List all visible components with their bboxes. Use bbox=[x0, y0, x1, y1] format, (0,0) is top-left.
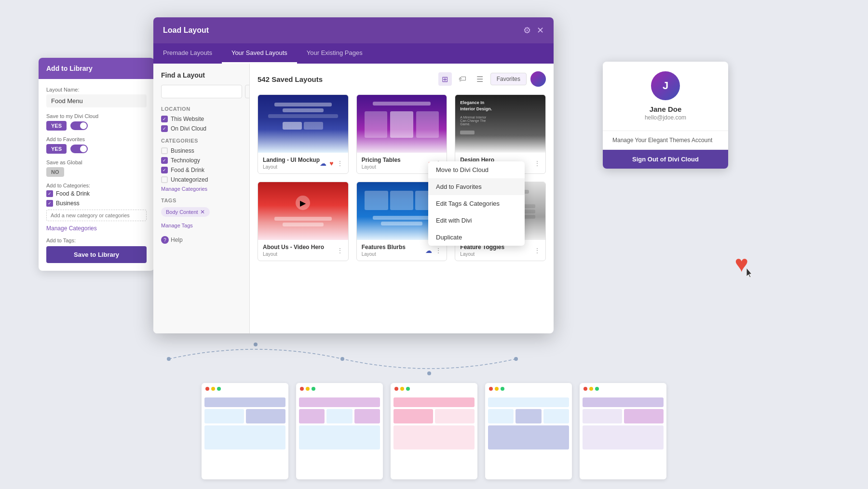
cloud-icon-5[interactable]: ☁ bbox=[425, 247, 432, 254]
category-business-row: ✓ Business bbox=[46, 200, 147, 207]
context-add-favorites[interactable]: Add to Favorites bbox=[428, 178, 525, 195]
bg-thumb-2[interactable] bbox=[296, 383, 383, 479]
category-business-label: Business bbox=[56, 200, 80, 207]
sidebar-header: Add to Library bbox=[39, 58, 154, 79]
add-tags-label: Add to Tags: bbox=[46, 238, 147, 243]
cat-technology-label: Technology bbox=[171, 157, 200, 164]
context-move-cloud[interactable]: Move to Divi Cloud bbox=[428, 161, 525, 178]
bg-thumb-1[interactable] bbox=[202, 383, 288, 479]
save-cloud-yes-btn[interactable]: YES bbox=[46, 121, 67, 131]
card-actions-4: ⋮ bbox=[337, 247, 343, 254]
layout-card-4[interactable]: ▶ About Us - Video Hero Layout ⋮ bbox=[258, 182, 349, 261]
context-duplicate[interactable]: Duplicate bbox=[428, 229, 525, 246]
bg-thumb-5[interactable] bbox=[580, 383, 666, 479]
tab-saved[interactable]: Your Saved Layouts bbox=[222, 43, 297, 64]
card-thumb-4: ▶ bbox=[258, 182, 348, 240]
cat-technology-check[interactable]: ✓ bbox=[161, 157, 168, 164]
card-actions-1: ☁ ♥ ⋮ bbox=[320, 159, 343, 167]
find-layout-title: Find a Layout bbox=[161, 71, 242, 79]
location-this-website-label: This Website bbox=[171, 116, 204, 122]
svg-point-3 bbox=[427, 371, 431, 375]
add-to-library-panel: Add to Library Layout Name: Food Menu Sa… bbox=[39, 58, 154, 271]
card-thumb-3: Elegance InInterior Design. A Minimal In… bbox=[455, 95, 545, 153]
tag-remove-icon[interactable]: ✕ bbox=[200, 209, 205, 215]
location-this-website-check[interactable]: ✓ bbox=[161, 116, 168, 122]
three-dots-6[interactable]: ⋮ bbox=[534, 247, 541, 254]
settings-icon[interactable]: ⚙ bbox=[523, 25, 531, 36]
search-input[interactable] bbox=[161, 85, 242, 98]
tab-existing[interactable]: Your Existing Pages bbox=[297, 43, 372, 64]
card-info-1: Landing - UI Mockup Layout ☁ ♥ ⋮ bbox=[258, 153, 348, 173]
user-dropdown: J Jane Doe hello@jdoe.com Manage Your El… bbox=[603, 62, 728, 169]
context-edit-tags[interactable]: Edit Tags & Categories bbox=[428, 195, 525, 212]
heart-icon-1[interactable]: ♥ bbox=[329, 159, 333, 167]
tags-section-label: Tags bbox=[161, 198, 242, 203]
svg-point-0 bbox=[167, 357, 171, 361]
close-icon[interactable]: ✕ bbox=[537, 25, 544, 36]
cloud-icon-1[interactable]: ☁ bbox=[320, 159, 326, 167]
card-info-4: About Us - Video Hero Layout ⋮ bbox=[258, 240, 348, 261]
grid-view-icon[interactable]: ⊞ bbox=[438, 72, 452, 86]
user-avatar-large: J bbox=[651, 71, 680, 100]
manage-categories-link[interactable]: Manage Categories bbox=[46, 225, 147, 232]
category-business-check[interactable]: ✓ bbox=[46, 200, 53, 207]
filter-manage-categories-link[interactable]: Manage Categories bbox=[161, 186, 242, 192]
add-categories-label: Add to Categories: bbox=[46, 183, 147, 188]
tag-label: Body Content bbox=[166, 209, 198, 215]
body-content-tag[interactable]: Body Content ✕ bbox=[161, 207, 210, 217]
three-dots-5[interactable]: ⋮ bbox=[435, 247, 442, 254]
sign-out-button[interactable]: Sign Out of Divi Cloud bbox=[603, 150, 728, 169]
user-name: Jane Doe bbox=[650, 105, 682, 113]
context-edit-divi[interactable]: Edit with Divi bbox=[428, 212, 525, 229]
modal-tabs: Premade Layouts Your Saved Layouts Your … bbox=[153, 43, 554, 64]
add-category-input[interactable] bbox=[46, 210, 147, 221]
layouts-count: 542 Saved Layouts bbox=[258, 75, 323, 83]
user-avatar[interactable] bbox=[530, 71, 546, 87]
favorites-button[interactable]: Favorites bbox=[490, 73, 527, 85]
category-food-row: ✓ Food & Drink bbox=[46, 190, 147, 197]
save-cloud-toggle[interactable] bbox=[70, 121, 88, 130]
location-divi-cloud-check[interactable]: ✓ bbox=[161, 125, 168, 132]
card-actions-6: ⋮ bbox=[534, 247, 541, 254]
add-favorites-toggle[interactable] bbox=[70, 145, 88, 153]
card-thumb-1 bbox=[258, 95, 348, 153]
three-dots-3[interactable]: ⋮ bbox=[534, 159, 541, 167]
card-type-6: Layout bbox=[460, 251, 504, 257]
context-menu: Move to Divi Cloud Add to Favorites Edit… bbox=[428, 161, 525, 246]
location-divi-cloud-row: ✓ On Divi Cloud bbox=[161, 125, 242, 132]
help-icon[interactable]: ? bbox=[161, 236, 169, 244]
user-dropdown-header: J Jane Doe hello@jdoe.com bbox=[603, 62, 728, 131]
cat-food-label: Food & Drink bbox=[171, 167, 204, 173]
save-global-no-btn[interactable]: NO bbox=[46, 167, 64, 177]
bg-thumb-3[interactable] bbox=[391, 383, 477, 479]
cat-business-check[interactable] bbox=[161, 147, 168, 154]
search-row: + Filter bbox=[161, 85, 242, 98]
modal-header-actions: ⚙ ✕ bbox=[523, 25, 544, 36]
three-dots-4[interactable]: ⋮ bbox=[337, 247, 343, 254]
card-type-5: Layout bbox=[362, 251, 406, 257]
manage-tags-link[interactable]: Manage Tags bbox=[161, 223, 242, 228]
add-favorites-yes-btn[interactable]: YES bbox=[46, 144, 67, 154]
save-to-library-btn[interactable]: Save to Library bbox=[46, 246, 147, 263]
connector-lines bbox=[125, 340, 559, 378]
floating-heart[interactable]: ♥ bbox=[735, 251, 749, 277]
category-food-label: Food & Drink bbox=[56, 190, 90, 197]
bg-thumb-4[interactable] bbox=[485, 383, 572, 479]
location-label: Location bbox=[161, 106, 242, 112]
layout-card-1[interactable]: Landing - UI Mockup Layout ☁ ♥ ⋮ bbox=[258, 94, 349, 174]
list-view-icon[interactable]: ☰ bbox=[473, 72, 487, 86]
user-manage-link[interactable]: Manage Your Elegant Themes Account bbox=[603, 131, 728, 150]
card-name-1: Landing - UI Mockup bbox=[263, 157, 320, 163]
tab-premade[interactable]: Premade Layouts bbox=[153, 43, 222, 64]
category-food-check[interactable]: ✓ bbox=[46, 190, 53, 197]
tag-view-icon[interactable]: 🏷 bbox=[456, 72, 469, 86]
cat-technology-row: ✓ Technology bbox=[161, 157, 242, 164]
cat-business-label: Business bbox=[171, 147, 194, 154]
location-this-website-row: ✓ This Website bbox=[161, 116, 242, 122]
cat-food-check[interactable]: ✓ bbox=[161, 167, 168, 173]
three-dots-1[interactable]: ⋮ bbox=[337, 159, 343, 167]
card-actions-3: ⋮ bbox=[534, 159, 541, 167]
filter-button[interactable]: + Filter bbox=[245, 85, 250, 98]
cat-uncategorized-check[interactable] bbox=[161, 176, 168, 183]
location-divi-cloud-label: On Divi Cloud bbox=[171, 125, 206, 132]
